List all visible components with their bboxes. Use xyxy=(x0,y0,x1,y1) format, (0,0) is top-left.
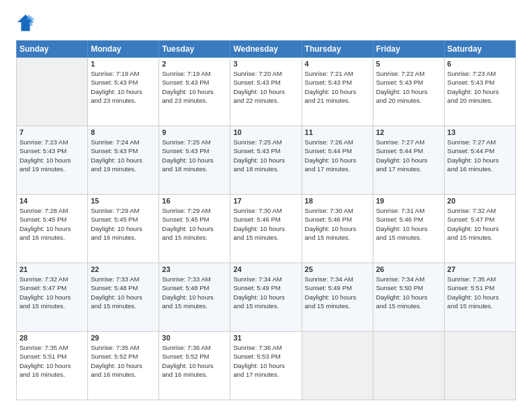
calendar-cell: 17Sunrise: 7:30 AM Sunset: 5:46 PM Dayli… xyxy=(230,195,302,263)
calendar-week-5: 28Sunrise: 7:35 AM Sunset: 5:51 PM Dayli… xyxy=(17,332,516,400)
calendar-cell: 31Sunrise: 7:36 AM Sunset: 5:53 PM Dayli… xyxy=(230,332,302,400)
weekday-header-monday: Monday xyxy=(88,41,159,58)
day-number: 7 xyxy=(19,128,85,136)
calendar-cell: 22Sunrise: 7:33 AM Sunset: 5:48 PM Dayli… xyxy=(88,263,159,332)
day-info: Sunrise: 7:29 AM Sunset: 5:45 PM Dayligh… xyxy=(162,206,227,242)
day-number: 1 xyxy=(91,60,156,68)
calendar-page: SundayMondayTuesdayWednesdayThursdayFrid… xyxy=(0,0,532,411)
calendar-cell: 8Sunrise: 7:24 AM Sunset: 5:43 PM Daylig… xyxy=(88,126,159,195)
weekday-header-wednesday: Wednesday xyxy=(230,41,302,58)
day-number: 22 xyxy=(91,265,156,273)
day-number: 6 xyxy=(447,60,513,68)
calendar-cell xyxy=(444,332,515,400)
calendar-cell: 1Sunrise: 7:19 AM Sunset: 5:43 PM Daylig… xyxy=(88,58,159,126)
calendar-cell: 9Sunrise: 7:25 AM Sunset: 5:43 PM Daylig… xyxy=(159,126,230,195)
calendar-cell: 12Sunrise: 7:27 AM Sunset: 5:44 PM Dayli… xyxy=(373,126,444,195)
calendar-cell: 5Sunrise: 7:22 AM Sunset: 5:43 PM Daylig… xyxy=(373,58,444,126)
day-info: Sunrise: 7:33 AM Sunset: 5:48 PM Dayligh… xyxy=(162,275,227,310)
weekday-header-tuesday: Tuesday xyxy=(159,41,230,58)
calendar-cell: 24Sunrise: 7:34 AM Sunset: 5:49 PM Dayli… xyxy=(230,263,302,332)
day-info: Sunrise: 7:30 AM Sunset: 5:46 PM Dayligh… xyxy=(305,206,370,242)
day-info: Sunrise: 7:35 AM Sunset: 5:51 PM Dayligh… xyxy=(447,275,513,310)
day-info: Sunrise: 7:21 AM Sunset: 5:43 PM Dayligh… xyxy=(305,69,370,105)
calendar-cell: 23Sunrise: 7:33 AM Sunset: 5:48 PM Dayli… xyxy=(159,263,230,332)
weekday-header-friday: Friday xyxy=(373,41,444,58)
day-info: Sunrise: 7:23 AM Sunset: 5:43 PM Dayligh… xyxy=(447,69,513,105)
day-info: Sunrise: 7:25 AM Sunset: 5:43 PM Dayligh… xyxy=(162,138,227,173)
day-number: 23 xyxy=(162,265,227,273)
calendar-cell: 19Sunrise: 7:31 AM Sunset: 5:46 PM Dayli… xyxy=(373,195,444,263)
calendar-cell: 14Sunrise: 7:28 AM Sunset: 5:45 PM Dayli… xyxy=(17,195,88,263)
day-number: 24 xyxy=(233,265,298,273)
day-info: Sunrise: 7:31 AM Sunset: 5:46 PM Dayligh… xyxy=(376,206,441,242)
day-number: 17 xyxy=(233,197,298,205)
day-number: 28 xyxy=(19,334,85,342)
day-number: 18 xyxy=(305,197,370,205)
calendar-cell: 26Sunrise: 7:34 AM Sunset: 5:50 PM Dayli… xyxy=(373,263,444,332)
day-info: Sunrise: 7:34 AM Sunset: 5:49 PM Dayligh… xyxy=(305,275,370,310)
calendar-cell: 30Sunrise: 7:36 AM Sunset: 5:52 PM Dayli… xyxy=(159,332,230,400)
day-number: 20 xyxy=(447,197,513,205)
weekday-header-thursday: Thursday xyxy=(302,41,373,58)
day-info: Sunrise: 7:36 AM Sunset: 5:52 PM Dayligh… xyxy=(162,343,227,379)
calendar-cell xyxy=(373,332,444,400)
day-number: 16 xyxy=(162,197,227,205)
day-info: Sunrise: 7:19 AM Sunset: 5:43 PM Dayligh… xyxy=(91,69,156,105)
calendar-week-4: 21Sunrise: 7:32 AM Sunset: 5:47 PM Dayli… xyxy=(17,263,516,332)
day-number: 29 xyxy=(91,334,156,342)
day-number: 21 xyxy=(19,265,85,273)
day-info: Sunrise: 7:28 AM Sunset: 5:45 PM Dayligh… xyxy=(19,206,85,242)
calendar-cell: 4Sunrise: 7:21 AM Sunset: 5:43 PM Daylig… xyxy=(302,58,373,126)
day-info: Sunrise: 7:35 AM Sunset: 5:52 PM Dayligh… xyxy=(91,343,156,379)
day-info: Sunrise: 7:24 AM Sunset: 5:43 PM Dayligh… xyxy=(91,138,156,173)
day-number: 12 xyxy=(376,128,441,136)
day-number: 13 xyxy=(447,128,513,136)
weekday-header-saturday: Saturday xyxy=(444,41,515,58)
calendar-week-3: 14Sunrise: 7:28 AM Sunset: 5:45 PM Dayli… xyxy=(17,195,516,263)
calendar-table: SundayMondayTuesdayWednesdayThursdayFrid… xyxy=(16,40,516,400)
calendar-cell: 25Sunrise: 7:34 AM Sunset: 5:49 PM Dayli… xyxy=(302,263,373,332)
day-info: Sunrise: 7:33 AM Sunset: 5:48 PM Dayligh… xyxy=(91,275,156,310)
calendar-cell: 6Sunrise: 7:23 AM Sunset: 5:43 PM Daylig… xyxy=(444,58,515,126)
calendar-cell: 21Sunrise: 7:32 AM Sunset: 5:47 PM Dayli… xyxy=(17,263,88,332)
day-info: Sunrise: 7:27 AM Sunset: 5:44 PM Dayligh… xyxy=(447,138,513,173)
day-number: 14 xyxy=(19,197,85,205)
day-info: Sunrise: 7:32 AM Sunset: 5:47 PM Dayligh… xyxy=(447,206,513,242)
day-number: 10 xyxy=(233,128,298,136)
calendar-cell: 10Sunrise: 7:25 AM Sunset: 5:43 PM Dayli… xyxy=(230,126,302,195)
day-info: Sunrise: 7:25 AM Sunset: 5:43 PM Dayligh… xyxy=(233,138,298,173)
day-info: Sunrise: 7:35 AM Sunset: 5:51 PM Dayligh… xyxy=(19,343,85,379)
day-number: 8 xyxy=(91,128,156,136)
calendar-cell: 7Sunrise: 7:23 AM Sunset: 5:43 PM Daylig… xyxy=(17,126,88,195)
day-number: 2 xyxy=(162,60,227,68)
calendar-cell: 27Sunrise: 7:35 AM Sunset: 5:51 PM Dayli… xyxy=(444,263,515,332)
day-info: Sunrise: 7:27 AM Sunset: 5:44 PM Dayligh… xyxy=(376,138,441,173)
logo-icon xyxy=(16,13,35,32)
day-info: Sunrise: 7:34 AM Sunset: 5:50 PM Dayligh… xyxy=(376,275,441,310)
day-info: Sunrise: 7:34 AM Sunset: 5:49 PM Dayligh… xyxy=(233,275,298,310)
day-number: 9 xyxy=(162,128,227,136)
day-number: 26 xyxy=(376,265,441,273)
day-info: Sunrise: 7:23 AM Sunset: 5:43 PM Dayligh… xyxy=(19,138,85,173)
calendar-cell: 28Sunrise: 7:35 AM Sunset: 5:51 PM Dayli… xyxy=(17,332,88,400)
calendar-cell: 13Sunrise: 7:27 AM Sunset: 5:44 PM Dayli… xyxy=(444,126,515,195)
day-number: 19 xyxy=(376,197,441,205)
calendar-week-2: 7Sunrise: 7:23 AM Sunset: 5:43 PM Daylig… xyxy=(17,126,516,195)
day-info: Sunrise: 7:29 AM Sunset: 5:45 PM Dayligh… xyxy=(91,206,156,242)
weekday-header-row: SundayMondayTuesdayWednesdayThursdayFrid… xyxy=(17,41,516,58)
calendar-cell: 18Sunrise: 7:30 AM Sunset: 5:46 PM Dayli… xyxy=(302,195,373,263)
calendar-cell: 29Sunrise: 7:35 AM Sunset: 5:52 PM Dayli… xyxy=(88,332,159,400)
day-number: 25 xyxy=(305,265,370,273)
calendar-cell xyxy=(302,332,373,400)
day-info: Sunrise: 7:36 AM Sunset: 5:53 PM Dayligh… xyxy=(233,343,298,379)
weekday-header-sunday: Sunday xyxy=(17,41,88,58)
day-info: Sunrise: 7:26 AM Sunset: 5:44 PM Dayligh… xyxy=(305,138,370,173)
day-number: 4 xyxy=(305,60,370,68)
day-number: 3 xyxy=(233,60,298,68)
day-number: 31 xyxy=(233,334,298,342)
page-header xyxy=(16,13,516,32)
day-number: 11 xyxy=(305,128,370,136)
day-info: Sunrise: 7:19 AM Sunset: 5:43 PM Dayligh… xyxy=(162,69,227,105)
calendar-cell: 16Sunrise: 7:29 AM Sunset: 5:45 PM Dayli… xyxy=(159,195,230,263)
day-number: 5 xyxy=(376,60,441,68)
